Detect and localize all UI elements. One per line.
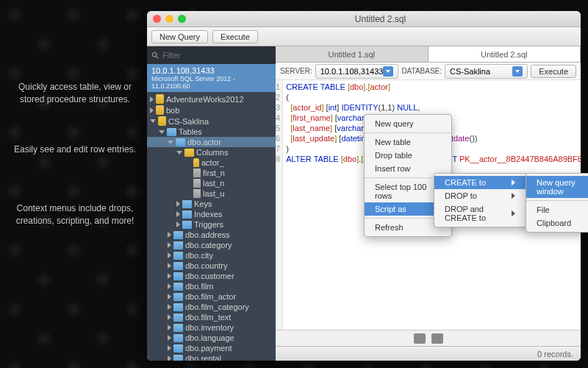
tree-label: actor_ bbox=[201, 158, 224, 167]
editor-tab[interactable]: Untitled 1.sql bbox=[276, 46, 429, 62]
tree-item[interactable]: dbo.country bbox=[147, 261, 276, 271]
menu-item[interactable]: Drop table bbox=[365, 149, 451, 162]
tree-item[interactable]: Keys bbox=[147, 199, 276, 209]
filter-input[interactable] bbox=[162, 51, 271, 60]
tree-label: bob bbox=[166, 106, 179, 115]
tree-label: dbo.customer bbox=[185, 272, 234, 280]
editor-tabs: Untitled 1.sqlUntitled 2.sql bbox=[276, 46, 581, 63]
folder-icon bbox=[173, 252, 183, 260]
menu-item[interactable]: DROP and CREATE to bbox=[434, 202, 528, 224]
folder-icon bbox=[193, 158, 199, 167]
tree-item[interactable]: dbo.address bbox=[147, 230, 276, 240]
menu-item[interactable]: DROP to bbox=[434, 189, 528, 202]
disclosure-icon bbox=[168, 283, 171, 289]
conn-execute-button[interactable]: Execute bbox=[531, 65, 576, 78]
disclosure-icon bbox=[176, 201, 180, 207]
tree-item[interactable]: Indexes bbox=[147, 209, 276, 219]
status-bar: 0 records. bbox=[276, 346, 581, 361]
tree-item[interactable]: dbo.category bbox=[147, 240, 276, 250]
tree-item[interactable]: dbo.actor bbox=[147, 137, 276, 147]
tree-item[interactable]: Columns bbox=[147, 147, 276, 158]
tree-item[interactable]: dbo.inventory bbox=[147, 322, 276, 333]
disclosure-icon bbox=[168, 304, 171, 310]
tree-item[interactable]: CS-Saklina bbox=[147, 116, 276, 127]
chevron-right-icon bbox=[512, 191, 515, 200]
results-toolbar bbox=[276, 330, 581, 346]
tree-item[interactable]: dbo.city bbox=[147, 250, 276, 261]
database-select[interactable]: CS-Saklina bbox=[445, 64, 528, 79]
menu-item[interactable]: New table bbox=[365, 135, 451, 149]
tree-label: dbo.city bbox=[185, 251, 213, 260]
tree-label: AdventureWorks2012 bbox=[166, 95, 244, 104]
tree-label: dbo.country bbox=[185, 261, 227, 270]
folder-icon bbox=[173, 262, 183, 270]
disclosure-icon bbox=[150, 119, 156, 123]
disclosure-icon bbox=[168, 141, 173, 144]
tree-label: dbo.category bbox=[185, 241, 232, 250]
tree-item[interactable]: Triggers bbox=[147, 219, 276, 230]
tree-label: last_u bbox=[203, 189, 224, 198]
disclosure-icon bbox=[168, 355, 171, 361]
folder-icon bbox=[173, 344, 183, 353]
disclosure-icon bbox=[168, 325, 171, 330]
server-host: 10.0.1.108,31433 bbox=[151, 66, 271, 75]
tree-item[interactable]: bob bbox=[147, 105, 276, 116]
new-query-button[interactable]: New Query bbox=[151, 30, 208, 43]
tree-item[interactable]: dbo.film_text bbox=[147, 312, 276, 322]
tree-item[interactable]: Tables bbox=[147, 127, 276, 137]
tree-item[interactable]: dbo.film_actor bbox=[147, 291, 276, 302]
tree-item[interactable]: dbo.customer bbox=[147, 271, 276, 281]
tree-item[interactable]: first_n bbox=[147, 168, 276, 178]
folder-icon bbox=[182, 221, 192, 229]
disclosure-icon bbox=[168, 345, 171, 351]
maximize-icon[interactable] bbox=[178, 15, 186, 23]
tree-label: Triggers bbox=[194, 220, 223, 229]
folder-icon bbox=[173, 293, 183, 301]
titlebar[interactable]: Untitled 2.sql bbox=[147, 11, 581, 27]
folder-icon bbox=[184, 149, 194, 157]
tree-item[interactable]: AdventureWorks2012 bbox=[147, 93, 276, 105]
disclosure-icon bbox=[176, 222, 180, 227]
toolbar: New Query Execute bbox=[147, 27, 581, 46]
tree-label: last_n bbox=[203, 179, 224, 188]
folder-icon bbox=[158, 116, 166, 126]
tree-item[interactable]: dbo.rental bbox=[147, 353, 276, 361]
tree-item[interactable]: last_u bbox=[147, 188, 276, 199]
server-header[interactable]: 10.0.1.108,31433 Microsoft SQL Server 20… bbox=[147, 64, 276, 92]
tree-label: dbo.payment bbox=[185, 344, 232, 353]
svg-line-1 bbox=[156, 56, 158, 58]
menu-item[interactable]: New query bbox=[365, 117, 451, 130]
sidebar: 10.0.1.108,31433 Microsoft SQL Server 20… bbox=[147, 46, 276, 361]
folder-icon bbox=[173, 324, 183, 332]
tree-label: dbo.film_text bbox=[185, 313, 231, 322]
tree-label: dbo.language bbox=[185, 333, 234, 342]
tree-item[interactable]: last_n bbox=[147, 178, 276, 188]
server-select[interactable]: 10.0.1.108,31433 bbox=[315, 64, 399, 79]
folder-icon bbox=[173, 283, 183, 291]
tree-item[interactable]: actor_ bbox=[147, 158, 276, 168]
minimize-icon[interactable] bbox=[165, 15, 173, 23]
disclosure-icon bbox=[168, 335, 171, 341]
submenu-create-to[interactable]: New query windowFileClipboard bbox=[526, 173, 588, 233]
grid-view-icon[interactable] bbox=[414, 333, 426, 344]
submenu-script-as[interactable]: CREATE toDROP toDROP and CREATE to bbox=[434, 173, 529, 227]
object-tree[interactable]: AdventureWorks2012bobCS-SaklinaTablesdbo… bbox=[147, 92, 276, 361]
tree-item[interactable]: dbo.payment bbox=[147, 343, 276, 353]
menu-item[interactable]: Clipboard bbox=[526, 216, 588, 230]
filter-bar bbox=[147, 46, 276, 64]
close-icon[interactable] bbox=[153, 15, 161, 23]
tree-item[interactable]: dbo.film_category bbox=[147, 302, 276, 312]
tree-label: dbo.film bbox=[185, 282, 214, 291]
disclosure-icon bbox=[168, 242, 171, 248]
tree-item[interactable]: dbo.language bbox=[147, 333, 276, 343]
menu-item[interactable]: CREATE to bbox=[434, 176, 528, 189]
execute-button[interactable]: Execute bbox=[212, 30, 258, 43]
text-view-icon[interactable] bbox=[431, 333, 443, 344]
menu-item[interactable]: File bbox=[526, 203, 588, 216]
editor-tab[interactable]: Untitled 2.sql bbox=[429, 46, 581, 62]
disclosure-icon bbox=[168, 252, 171, 258]
folder-icon bbox=[173, 334, 183, 342]
menu-item[interactable]: New query window bbox=[526, 176, 588, 198]
tree-label: CS-Saklina bbox=[168, 117, 209, 126]
tree-item[interactable]: dbo.film bbox=[147, 281, 276, 291]
